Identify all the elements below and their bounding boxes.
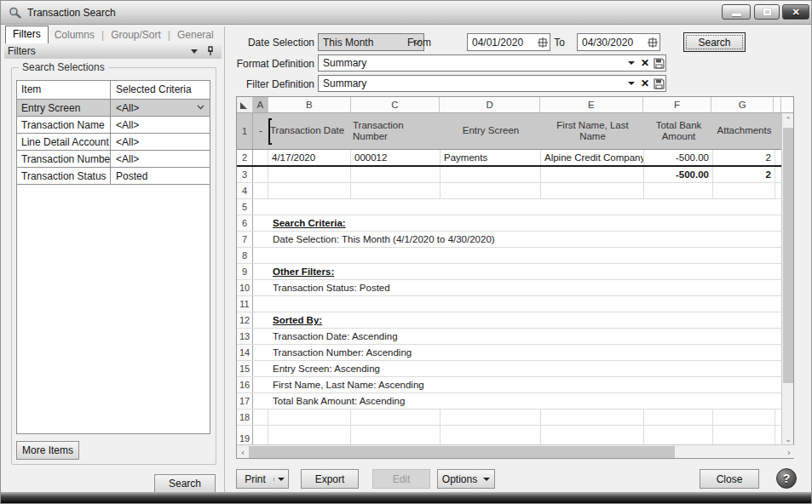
other-filters-heading[interactable]: Other Filters: (268, 264, 783, 279)
tab-general[interactable]: General (171, 27, 220, 43)
grid-report-row[interactable]: 16 First Name, Last Name: Ascending (237, 377, 783, 393)
cell-attachments[interactable]: 2 (713, 150, 775, 165)
grid-report-row[interactable]: 7 Date Selection: This Month (4/1/2020 t… (237, 232, 783, 248)
grid-empty-row[interactable]: 19 (237, 426, 783, 446)
more-items-button[interactable]: More Items (16, 441, 79, 460)
collapse-chevron-icon[interactable] (191, 49, 198, 54)
close-button[interactable]: Close (700, 469, 759, 489)
cell-entry-screen[interactable]: Payments (441, 150, 541, 165)
scroll-up-icon[interactable]: ⌃ (782, 113, 794, 127)
row-number[interactable]: 8 (237, 248, 253, 263)
help-button[interactable]: ? (776, 468, 797, 489)
row-number[interactable]: 11 (237, 296, 253, 312)
chevron-down-icon[interactable] (625, 76, 638, 91)
header-total-bank-amount[interactable]: Total Bank Amount (644, 113, 713, 149)
header-attachments[interactable]: Attachments (713, 113, 775, 149)
title-bar[interactable]: Transaction Search ✕ (1, 1, 811, 25)
row-number[interactable]: 10 (237, 280, 253, 295)
column-header-g[interactable]: G (711, 97, 774, 113)
grid-report-row[interactable]: 15 Entry Screen: Ascending (237, 361, 783, 377)
criteria-row-transaction-name[interactable]: Transaction Name <All> (17, 117, 210, 134)
chevron-down-icon[interactable] (625, 55, 638, 71)
save-icon[interactable] (652, 55, 665, 71)
to-date-input[interactable]: 04/30/2020 (577, 33, 660, 51)
sort-line[interactable]: Transaction Number: Ascending (268, 345, 783, 360)
horizontal-scrollbar[interactable]: ‹ › (237, 444, 795, 458)
criteria-row-transaction-number[interactable]: Transaction Number <All> (17, 151, 210, 168)
total-bank-amount-sum[interactable]: -500.00 (644, 167, 713, 182)
column-header-b[interactable]: B (268, 97, 351, 113)
grid-report-row[interactable]: 9 Other Filters: (237, 264, 783, 280)
column-header-e[interactable]: E (540, 97, 643, 113)
pin-icon[interactable] (206, 46, 215, 56)
print-label[interactable]: Print (237, 473, 274, 485)
grid-report-row[interactable]: 12 Sorted By: (237, 312, 783, 329)
column-header-f[interactable]: F (643, 97, 712, 113)
vertical-scroll-thumb[interactable] (783, 128, 793, 383)
grid-report-row[interactable]: 6 Search Criteria: (237, 215, 783, 232)
scroll-right-icon[interactable]: › (783, 445, 795, 459)
save-icon[interactable] (652, 76, 665, 91)
header-transaction-number[interactable]: Transaction Number (351, 113, 441, 149)
scroll-left-icon[interactable]: ‹ (237, 445, 249, 459)
header-transaction-date[interactable]: Transaction Date (268, 113, 351, 149)
row-number[interactable]: 15 (237, 361, 253, 376)
row-number[interactable]: 14 (237, 345, 253, 360)
row-number[interactable]: 5 (237, 199, 253, 215)
restore-button[interactable] (754, 4, 780, 20)
column-header-d[interactable]: D (440, 97, 540, 113)
filter-definition-select[interactable]: Summary ✕ (318, 75, 666, 92)
grid-totals-row[interactable]: 3 -500.00 2 (237, 167, 783, 183)
grid-data-row[interactable]: 2 4/17/2020 000012 Payments Alpine Credi… (237, 150, 783, 167)
column-header-c[interactable]: C (351, 97, 441, 113)
close-window-button[interactable]: ✕ (782, 4, 809, 20)
sorted-by-heading[interactable]: Sorted By: (268, 312, 783, 328)
header-first-last-name[interactable]: First Name, Last Name (541, 113, 644, 149)
row-number[interactable]: 19 (237, 426, 253, 446)
sort-line[interactable]: Total Bank Amount: Ascending (268, 393, 783, 409)
date-selection-line[interactable]: Date Selection: This Month (4/1/2020 to … (268, 232, 783, 247)
criteria-row-line-detail-account[interactable]: Line Detail Account <All> (17, 134, 210, 151)
row-number[interactable]: 13 (237, 329, 253, 344)
row-number[interactable]: 16 (237, 377, 253, 392)
row-number[interactable]: 12 (237, 312, 253, 328)
grid-report-row[interactable]: 17 Total Bank Amount: Ascending (237, 393, 783, 410)
from-date-input[interactable]: 04/01/2020 (467, 33, 550, 51)
grid-header-row[interactable]: 1 - Transaction Date Transaction Number … (237, 113, 783, 150)
tab-group-sort[interactable]: Group/Sort (105, 27, 167, 43)
row-number[interactable]: 6 (237, 215, 253, 231)
cell-transaction-number[interactable]: 000012 (351, 150, 441, 165)
horizontal-scroll-thumb[interactable] (249, 446, 675, 458)
print-dropdown[interactable] (274, 478, 288, 481)
options-button[interactable]: Options (437, 469, 495, 489)
dropdown-chevron-icon[interactable] (197, 103, 204, 111)
grid-report-row[interactable]: 13 Transaction Date: Ascending (237, 329, 783, 345)
grid-empty-row[interactable]: 4 (237, 183, 783, 199)
row-number[interactable]: 9 (237, 264, 253, 279)
row-number[interactable]: 4 (237, 183, 253, 198)
row-number[interactable]: 3 (237, 167, 253, 182)
calendar-icon[interactable] (646, 34, 659, 50)
row-number[interactable]: 18 (237, 410, 253, 425)
search-criteria-heading[interactable]: Search Criteria: (268, 215, 783, 231)
cell-first-last-name[interactable]: Alpine Credit Company (541, 150, 644, 165)
criteria-row-entry-screen[interactable]: Entry Screen <All> (17, 100, 210, 117)
search-button[interactable]: Search (683, 32, 746, 52)
minimize-button[interactable] (722, 4, 751, 20)
print-button[interactable]: Print (236, 469, 289, 489)
panel-search-button[interactable]: Search (154, 474, 216, 493)
clear-icon[interactable]: ✕ (638, 76, 652, 91)
row-number[interactable]: 7 (237, 232, 253, 247)
grid-report-row[interactable]: 10 Transaction Status: Posted (237, 280, 783, 296)
grid-empty-row[interactable]: 8 (237, 248, 783, 264)
header-entry-screen[interactable]: Entry Screen (441, 113, 541, 149)
select-all-corner[interactable] (237, 97, 253, 113)
row-number[interactable]: 17 (237, 393, 253, 409)
vertical-scrollbar[interactable]: ⌃ ⌄ (781, 113, 793, 446)
clear-icon[interactable]: ✕ (638, 55, 652, 71)
column-header-a[interactable]: A (253, 97, 268, 113)
row-number[interactable]: 1 (237, 113, 253, 149)
export-button[interactable]: Export (301, 469, 359, 489)
sort-line[interactable]: First Name, Last Name: Ascending (268, 377, 783, 392)
cell-total-bank-amount[interactable]: -500.00 (644, 150, 713, 165)
